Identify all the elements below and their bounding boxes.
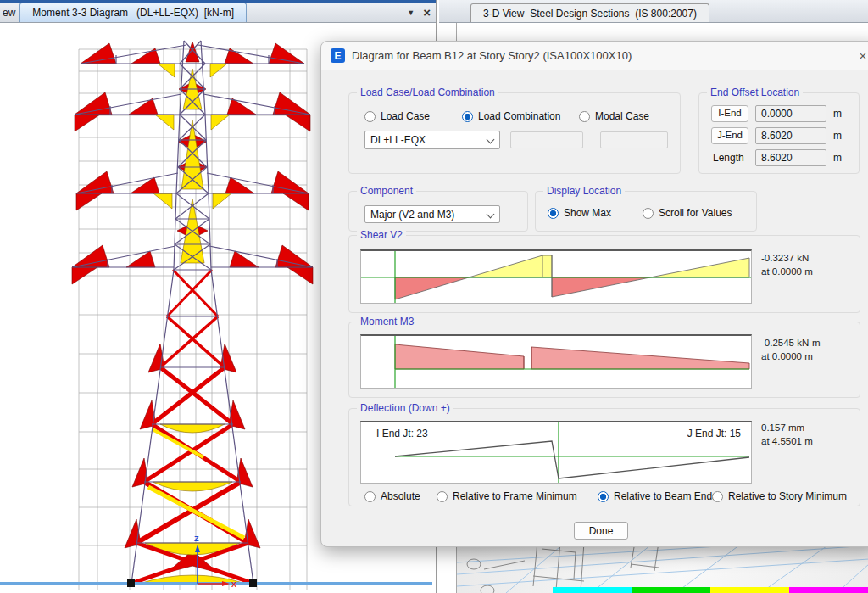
component-combo[interactable]: Major (V2 and M3): [364, 205, 500, 223]
moment-max-value: -0.2545 kN-m at 0.0000 m: [761, 336, 821, 363]
group-label: Display Location: [543, 185, 625, 197]
combo-value: Major (V2 and M3): [370, 209, 454, 221]
group-label: Deflection (Down +): [357, 402, 453, 414]
radio-label: Load Case: [381, 110, 430, 122]
value-location: at 4.5501 m: [761, 434, 813, 448]
radio-dot-icon: [364, 111, 376, 122]
radio-dot-icon: [643, 208, 654, 219]
j-end-joint-label: J End Jt: 15: [687, 428, 741, 439]
group-label: Shear V2: [357, 229, 406, 241]
moment-plot[interactable]: [360, 334, 752, 389]
value-line: -0.2545 kN-m: [761, 336, 821, 350]
radio-dot-icon: [548, 208, 559, 219]
dialog-titlebar[interactable]: E Diagram for Beam B12 at Story Story2 (…: [321, 42, 868, 70]
deflection-max-value: 0.157 mm at 4.5501 m: [761, 421, 813, 448]
beam-diagram-dialog: E Diagram for Beam B12 at Story Story2 (…: [320, 41, 868, 547]
load-combination-combo[interactable]: DL+LL-EQX: [364, 131, 500, 149]
etabs-logo-icon: E: [331, 48, 345, 63]
shear-group: Shear V2 -0.3237 kN at 0.0000 m: [348, 235, 860, 313]
radio-dot-icon: [579, 111, 590, 122]
done-button[interactable]: Done: [574, 522, 628, 540]
left-tabbar: ew Moment 3-3 Diagram (DL+LL-EQX) [kN-m]…: [0, 0, 436, 23]
combo-value: DL+LL-EQX: [370, 134, 426, 146]
i-end-joint-label: I End Jt: 23: [376, 428, 428, 439]
moment-group: Moment M3 -0.2545 kN-m at 0.0000 m: [348, 322, 860, 398]
tab-label: 3-D View Steel Design Sections (IS 800:2…: [483, 8, 697, 20]
radio-load-combination[interactable]: Load Combination: [462, 110, 560, 122]
3d-view-graphics: [457, 542, 868, 593]
group-label: Component: [357, 185, 416, 197]
chevron-down-icon: [487, 210, 495, 219]
tab-label: Moment 3-3 Diagram (DL+LL-EQX) [kN-m]: [32, 7, 234, 19]
value-location: at 0.0000 m: [761, 265, 813, 278]
j-end-button[interactable]: J-End: [711, 127, 748, 144]
radio-dot-icon: [462, 111, 473, 122]
tab-3d-view[interactable]: 3-D View Steel Design Sections (IS 800:2…: [470, 3, 709, 22]
radio-label: Relative to Beam Ends: [614, 490, 717, 502]
radio-dot-icon: [364, 491, 376, 502]
j-end-field[interactable]: 8.6020: [755, 127, 826, 144]
etabs-screen: ew Moment 3-3 Diagram (DL+LL-EQX) [kN-m]…: [0, 0, 868, 593]
radio-show-max[interactable]: Show Max: [548, 207, 611, 219]
i-end-button[interactable]: I-End: [711, 105, 748, 122]
i-end-field[interactable]: 0.0000: [755, 105, 826, 122]
radio-dot-icon: [437, 491, 448, 502]
chevron-down-icon: [487, 136, 495, 144]
radio-label: Scroll for Values: [659, 207, 732, 219]
radio-dot-icon: [712, 491, 723, 502]
end-offset-group: End Offset Location I-End 0.0000 m J-End…: [698, 92, 860, 174]
radio-modal-case[interactable]: Modal Case: [579, 110, 649, 122]
shear-plot-svg: [361, 251, 751, 303]
design-ratio-legend: [553, 587, 868, 593]
load-case-group: Load Case/Load Combination Load Case Loa…: [348, 92, 681, 174]
j-end-unit: m: [833, 130, 842, 142]
i-end-unit: m: [833, 108, 842, 120]
partial-tab[interactable]: ew: [0, 7, 19, 22]
dialog-title: Diagram for Beam B12 at Story Story2 (IS…: [352, 49, 632, 62]
3d-grid-lines: [457, 542, 868, 593]
radio-label: Show Max: [564, 207, 611, 219]
radio-relative-story-minimum[interactable]: Relative to Story Minimum: [712, 490, 847, 502]
tab-moment-diagram[interactable]: Moment 3-3 Diagram (DL+LL-EQX) [kN-m]: [19, 3, 247, 22]
close-icon[interactable]: ×: [855, 48, 868, 63]
radio-label: Relative to Frame Minimum: [453, 490, 577, 502]
radio-label: Load Combination: [478, 110, 560, 122]
shear-plot[interactable]: [360, 249, 752, 304]
3d-wireframe-svg: [457, 542, 868, 593]
z-axis-label: Z: [194, 534, 199, 543]
deflection-plot[interactable]: I End Jt: 23 J End Jt: 15: [360, 421, 752, 484]
component-group: Component Major (V2 and M3): [348, 191, 528, 232]
x-axis-label: X: [231, 580, 236, 589]
3d-structure-wireframe: [467, 542, 659, 593]
disabled-field-2: [600, 131, 668, 148]
group-label: Moment M3: [357, 316, 417, 327]
radio-scroll-for-values[interactable]: Scroll for Values: [643, 207, 732, 219]
length-field: 8.6020: [755, 149, 826, 166]
disabled-field-1: [510, 131, 583, 148]
radio-dot-icon: [598, 491, 609, 502]
radio-absolute[interactable]: Absolute: [364, 490, 420, 502]
caret-down-icon[interactable]: ▼: [407, 8, 415, 17]
group-label: End Offset Location: [707, 87, 803, 98]
length-label: Length: [713, 152, 744, 164]
radio-label: Relative to Story Minimum: [728, 490, 847, 502]
radio-relative-beam-ends[interactable]: Relative to Beam Ends: [598, 490, 717, 502]
shear-max-value: -0.3237 kN at 0.0000 m: [761, 251, 813, 278]
value-line: -0.3237 kN: [761, 251, 813, 265]
radio-label: Absolute: [381, 490, 420, 502]
radio-load-case[interactable]: Load Case: [364, 110, 430, 122]
radio-relative-frame-minimum[interactable]: Relative to Frame Minimum: [437, 490, 577, 502]
display-location-group: Display Location Show Max Scroll for Val…: [535, 191, 757, 232]
deflection-group: Deflection (Down +) I End Jt: 23 J End J…: [348, 408, 860, 506]
group-label: Load Case/Load Combination: [357, 87, 498, 98]
radio-label: Modal Case: [595, 110, 649, 122]
moment-plot-svg: [361, 336, 751, 388]
right-tabbar: 3-D View Steel Design Sections (IS 800:2…: [439, 0, 868, 23]
length-unit: m: [833, 152, 842, 164]
value-location: at 0.0000 m: [761, 350, 821, 363]
tabbar-buttons: ▼ ×: [407, 8, 431, 18]
close-icon[interactable]: ×: [423, 8, 431, 18]
yellow-moment-fills: [139, 64, 246, 584]
value-line: 0.157 mm: [761, 421, 813, 434]
